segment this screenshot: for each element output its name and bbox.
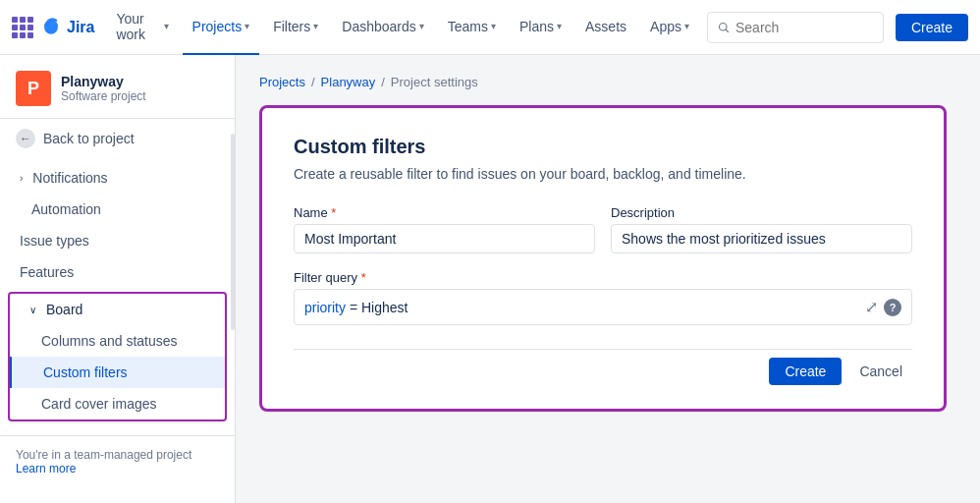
sidebar-item-columns-statuses[interactable]: Columns and statuses [10,325,225,357]
nav-logo: Jira [12,16,94,39]
sidebar-section-main: › Notifications Automation Issue types F… [0,158,235,435]
sidebar-footer: You're in a team-managed project Learn m… [0,435,235,487]
cancel-button[interactable]: Cancel [849,358,912,385]
breadcrumb-project-settings: Project settings [391,75,478,89]
chevron-down-icon: ▾ [491,21,496,31]
sidebar-item-board[interactable]: ∨ Board [10,294,225,325]
form-actions: Create Cancel [294,349,912,385]
custom-filters-card: Custom filters Create a reusable filter … [259,105,947,412]
breadcrumb-sep-1: / [311,75,315,89]
breadcrumb: Projects / Planyway / Project settings [259,75,956,89]
chevron-down-icon: ▾ [245,21,249,31]
filter-op: = [350,300,361,315]
chevron-right-icon: › [20,173,23,184]
top-nav: Jira Your work ▾ Projects ▾ Filters ▾ Da… [0,0,980,55]
nav-item-teams[interactable]: Teams ▾ [438,0,506,55]
search-icon [718,21,730,34]
project-name: Planyway [61,74,146,89]
chevron-down-icon: ▾ [684,21,689,31]
nav-item-apps[interactable]: Apps ▾ [640,0,699,55]
filter-query-label: Filter query * [294,270,366,285]
page-title: Custom filters [294,136,912,158]
chevron-down-icon: ▾ [164,21,169,31]
sidebar-item-notifications[interactable]: › Notifications [0,162,235,194]
breadcrumb-projects[interactable]: Projects [259,75,305,89]
page-description: Create a reusable filter to find issues … [294,166,912,182]
sidebar-item-features[interactable]: Features [0,256,235,288]
sidebar-item-card-cover[interactable]: Card cover images [10,388,225,419]
name-label: Name * [294,205,595,220]
back-label: Back to project [43,131,135,146]
filter-value: Highest [361,300,408,315]
expand-icon[interactable]: ⤢ [865,298,878,316]
create-filter-button[interactable]: Create [769,358,842,385]
nav-item-assets[interactable]: Assets [575,0,636,55]
sidebar-item-custom-filters[interactable]: Custom filters [10,357,225,388]
sidebar-item-automation[interactable]: Automation [0,194,235,225]
help-icon[interactable]: ? [884,299,901,316]
search-input[interactable] [735,20,873,35]
project-info: Planyway Software project [61,74,146,103]
main-layout: P Planyway Software project ← Back to pr… [0,55,980,503]
grid-icon[interactable] [12,17,33,38]
nav-item-yourwork[interactable]: Your work ▾ [106,0,178,55]
chevron-down-icon: ▾ [557,21,562,31]
svg-line-1 [726,28,729,31]
sidebar-scroll: › Notifications Automation Issue types F… [0,158,235,435]
chevron-down-icon: ▾ [313,21,318,31]
team-managed-text: You're in a team-managed project [16,448,219,462]
form-row-name-desc: Name * Description [294,205,912,253]
sidebar-item-issue-types[interactable]: Issue types [0,225,235,256]
filter-query-text: priority = Highest [304,300,408,315]
board-section-box: ∨ Board Columns and statuses Custom filt… [8,292,227,421]
filter-query-icons: ⤢ ? [865,298,901,316]
breadcrumb-sep-2: / [381,75,385,89]
project-icon: P [16,71,51,106]
sidebar-scrollbar[interactable] [231,134,235,330]
form-group-description: Description [611,205,912,253]
nav-item-dashboards[interactable]: Dashboards ▾ [332,0,434,55]
description-input[interactable] [611,224,912,253]
breadcrumb-planyway[interactable]: Planyway [321,75,376,89]
sidebar-item-timeline[interactable]: Timeline [0,425,235,435]
jira-icon [39,16,63,39]
back-icon: ← [16,129,35,148]
project-type: Software project [61,89,146,103]
description-label: Description [611,205,912,220]
name-input[interactable] [294,224,595,253]
create-button[interactable]: Create [896,14,968,41]
nav-item-projects[interactable]: Projects ▾ [183,0,260,55]
back-to-project[interactable]: ← Back to project [0,119,235,158]
filter-query-input[interactable]: priority = Highest ⤢ ? [294,289,912,325]
learn-more-link[interactable]: Learn more [16,462,76,475]
jira-text: Jira [67,19,94,36]
nav-item-filters[interactable]: Filters ▾ [263,0,328,55]
chevron-down-icon: ▾ [419,21,424,31]
jira-logo[interactable]: Jira [39,16,94,39]
filter-keyword: priority [304,300,346,315]
sidebar-project: P Planyway Software project [0,55,235,119]
main-content: Projects / Planyway / Project settings C… [236,55,980,503]
chevron-down-icon: ∨ [29,305,36,315]
filter-query-group: Filter query * priority = Highest ⤢ ? [294,269,912,325]
search-box[interactable] [707,12,884,43]
form-group-name: Name * [294,205,595,253]
sidebar: P Planyway Software project ← Back to pr… [0,55,236,503]
nav-item-plans[interactable]: Plans ▾ [510,0,572,55]
